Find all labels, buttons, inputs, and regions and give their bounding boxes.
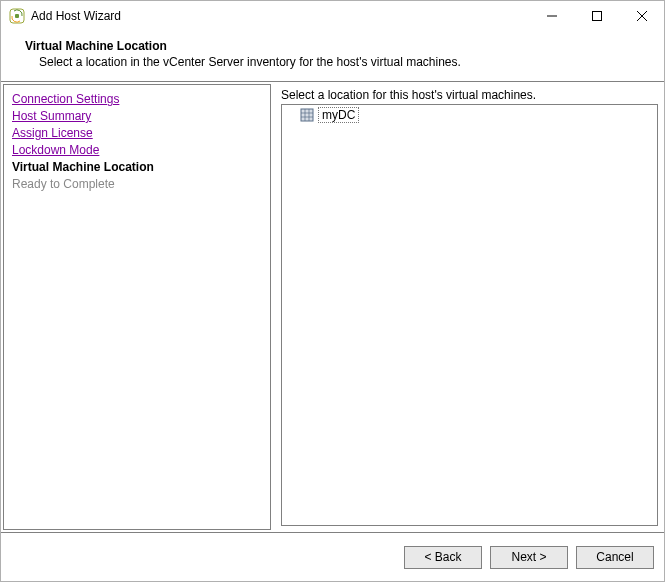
main-instruction: Select a location for this host's virtua… (281, 88, 658, 102)
datacenter-icon (299, 107, 315, 123)
svg-rect-6 (301, 109, 313, 121)
sidebar-step-lockdown-mode[interactable]: Lockdown Mode (12, 142, 262, 159)
add-host-wizard-window: Add Host Wizard Virtual Machine Location… (0, 0, 665, 582)
next-button[interactable]: Next > (490, 546, 568, 569)
vsphere-icon (9, 8, 25, 24)
svg-rect-3 (592, 12, 601, 21)
cancel-button[interactable]: Cancel (576, 546, 654, 569)
sidebar-step-assign-license[interactable]: Assign License (12, 125, 262, 142)
tree-item-label: myDC (318, 107, 359, 123)
sidebar-step-connection-settings[interactable]: Connection Settings (12, 91, 262, 108)
wizard-main-panel: Select a location for this host's virtua… (271, 82, 664, 532)
window-controls (529, 1, 664, 31)
wizard-header: Virtual Machine Location Select a locati… (1, 31, 664, 81)
wizard-footer: < Back Next > Cancel (1, 533, 664, 581)
location-tree[interactable]: myDC (281, 104, 658, 526)
sidebar-step-ready-to-complete: Ready to Complete (12, 176, 262, 193)
step-title: Virtual Machine Location (25, 39, 640, 53)
window-title: Add Host Wizard (31, 9, 529, 23)
sidebar-step-vm-location: Virtual Machine Location (12, 159, 262, 176)
back-button[interactable]: < Back (404, 546, 482, 569)
maximize-button[interactable] (574, 1, 619, 31)
titlebar: Add Host Wizard (1, 1, 664, 31)
minimize-button[interactable] (529, 1, 574, 31)
step-description: Select a location in the vCenter Server … (25, 55, 640, 69)
svg-rect-1 (15, 14, 19, 18)
sidebar-step-host-summary[interactable]: Host Summary (12, 108, 262, 125)
wizard-body: Connection Settings Host Summary Assign … (1, 81, 664, 533)
wizard-steps-sidebar: Connection Settings Host Summary Assign … (3, 84, 271, 530)
close-button[interactable] (619, 1, 664, 31)
tree-item-datacenter[interactable]: myDC (283, 106, 656, 123)
